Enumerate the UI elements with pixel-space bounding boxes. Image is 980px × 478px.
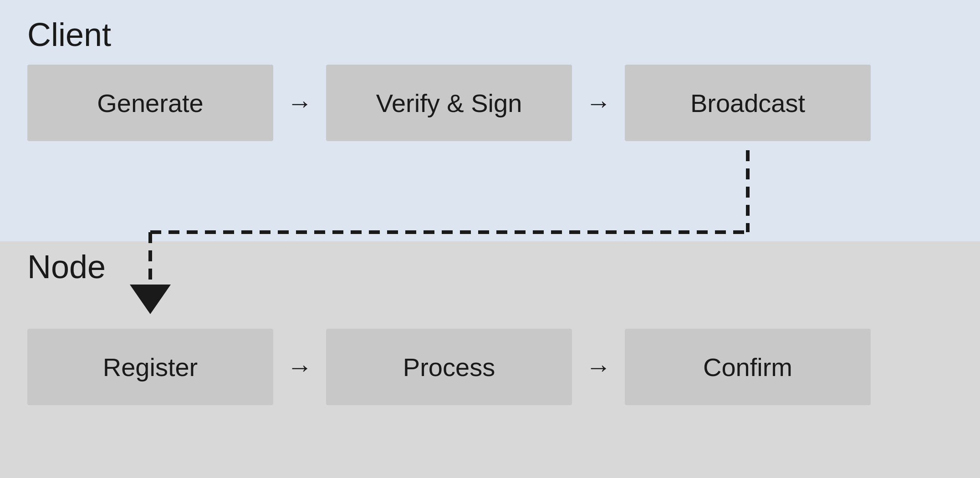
node-flow: Register → Process → Confirm: [27, 329, 953, 405]
client-flow: Generate → Verify & Sign → Broadcast: [27, 65, 953, 141]
svg-marker-3: [130, 285, 171, 314]
register-box: Register: [27, 329, 273, 405]
confirm-box: Confirm: [625, 329, 871, 405]
connector-svg: [0, 150, 980, 332]
process-box: Process: [326, 329, 572, 405]
arrow-2: →: [586, 88, 611, 118]
broadcast-box: Broadcast: [625, 65, 871, 141]
arrow-1: →: [287, 88, 312, 118]
arrow-3: →: [287, 352, 312, 382]
verify-sign-box: Verify & Sign: [326, 65, 572, 141]
arrow-4: →: [586, 352, 611, 382]
generate-box: Generate: [27, 65, 273, 141]
client-label: Client: [27, 18, 953, 51]
